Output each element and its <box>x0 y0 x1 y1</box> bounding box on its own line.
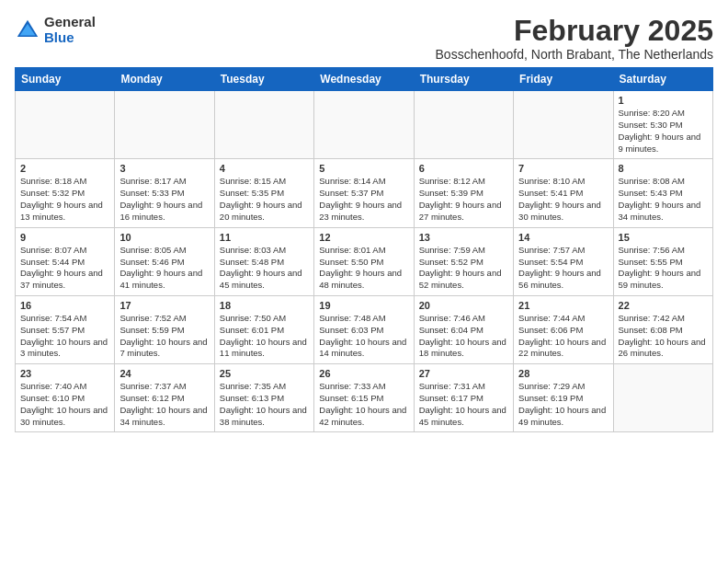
table-row: 1Sunrise: 8:20 AM Sunset: 5:30 PM Daylig… <box>613 91 712 159</box>
calendar-week-row: 2Sunrise: 8:18 AM Sunset: 5:32 PM Daylig… <box>16 159 713 227</box>
day-number: 25 <box>220 368 309 379</box>
day-info: Sunrise: 7:57 AM Sunset: 5:54 PM Dayligh… <box>518 245 608 292</box>
table-row: 7Sunrise: 8:10 AM Sunset: 5:41 PM Daylig… <box>514 159 613 227</box>
day-info: Sunrise: 8:18 AM Sunset: 5:32 PM Dayligh… <box>20 176 109 223</box>
day-info: Sunrise: 7:56 AM Sunset: 5:55 PM Dayligh… <box>619 245 708 292</box>
table-row <box>214 91 313 159</box>
day-number: 19 <box>319 300 408 311</box>
day-info: Sunrise: 7:40 AM Sunset: 6:10 PM Dayligh… <box>20 381 109 428</box>
calendar-table: Sunday Monday Tuesday Wednesday Thursday… <box>15 67 713 432</box>
header-sunday: Sunday <box>16 68 115 91</box>
day-info: Sunrise: 7:37 AM Sunset: 6:12 PM Dayligh… <box>119 381 209 428</box>
logo-icon <box>15 17 40 43</box>
logo-general-text: General <box>44 15 96 30</box>
day-number: 15 <box>619 232 708 243</box>
day-number: 17 <box>119 300 209 311</box>
day-number: 6 <box>419 163 508 174</box>
table-row <box>613 364 712 432</box>
day-info: Sunrise: 7:31 AM Sunset: 6:17 PM Dayligh… <box>419 381 508 428</box>
day-number: 21 <box>518 300 608 311</box>
day-number: 4 <box>220 163 309 174</box>
day-number: 7 <box>518 163 608 174</box>
table-row: 17Sunrise: 7:52 AM Sunset: 5:59 PM Dayli… <box>115 295 214 363</box>
day-number: 16 <box>20 300 109 311</box>
table-row: 26Sunrise: 7:33 AM Sunset: 6:15 PM Dayli… <box>314 364 414 432</box>
table-row <box>414 91 513 159</box>
table-row: 8Sunrise: 8:08 AM Sunset: 5:43 PM Daylig… <box>613 159 712 227</box>
table-row: 3Sunrise: 8:17 AM Sunset: 5:33 PM Daylig… <box>115 159 214 227</box>
day-info: Sunrise: 8:03 AM Sunset: 5:48 PM Dayligh… <box>220 245 309 292</box>
day-info: Sunrise: 7:46 AM Sunset: 6:04 PM Dayligh… <box>419 313 508 360</box>
table-row: 25Sunrise: 7:35 AM Sunset: 6:13 PM Dayli… <box>214 364 313 432</box>
day-info: Sunrise: 7:54 AM Sunset: 5:57 PM Dayligh… <box>20 313 109 360</box>
day-number: 22 <box>619 300 708 311</box>
table-row <box>514 91 613 159</box>
day-info: Sunrise: 7:50 AM Sunset: 6:01 PM Dayligh… <box>220 313 309 360</box>
day-number: 27 <box>419 368 508 379</box>
day-info: Sunrise: 7:48 AM Sunset: 6:03 PM Dayligh… <box>319 313 408 360</box>
table-row <box>16 91 115 159</box>
table-row: 6Sunrise: 8:12 AM Sunset: 5:39 PM Daylig… <box>414 159 513 227</box>
table-row: 23Sunrise: 7:40 AM Sunset: 6:10 PM Dayli… <box>16 364 115 432</box>
day-info: Sunrise: 8:20 AM Sunset: 5:30 PM Dayligh… <box>619 108 708 155</box>
day-info: Sunrise: 8:15 AM Sunset: 5:35 PM Dayligh… <box>220 176 309 223</box>
day-info: Sunrise: 7:44 AM Sunset: 6:06 PM Dayligh… <box>518 313 608 360</box>
calendar-week-row: 23Sunrise: 7:40 AM Sunset: 6:10 PM Dayli… <box>16 364 713 432</box>
table-row: 9Sunrise: 8:07 AM Sunset: 5:44 PM Daylig… <box>16 227 115 295</box>
table-row: 14Sunrise: 7:57 AM Sunset: 5:54 PM Dayli… <box>514 227 613 295</box>
table-row: 18Sunrise: 7:50 AM Sunset: 6:01 PM Dayli… <box>214 295 313 363</box>
day-info: Sunrise: 8:05 AM Sunset: 5:46 PM Dayligh… <box>119 245 209 292</box>
day-number: 2 <box>20 163 109 174</box>
calendar-header-row: Sunday Monday Tuesday Wednesday Thursday… <box>16 68 713 91</box>
day-info: Sunrise: 8:07 AM Sunset: 5:44 PM Dayligh… <box>20 245 109 292</box>
header-friday: Friday <box>514 68 613 91</box>
day-number: 9 <box>20 232 109 243</box>
calendar-week-row: 9Sunrise: 8:07 AM Sunset: 5:44 PM Daylig… <box>16 227 713 295</box>
header-monday: Monday <box>115 68 214 91</box>
day-number: 26 <box>319 368 408 379</box>
day-info: Sunrise: 7:35 AM Sunset: 6:13 PM Dayligh… <box>220 381 309 428</box>
day-info: Sunrise: 7:33 AM Sunset: 6:15 PM Dayligh… <box>319 381 408 428</box>
table-row <box>314 91 414 159</box>
table-row: 12Sunrise: 8:01 AM Sunset: 5:50 PM Dayli… <box>314 227 414 295</box>
day-info: Sunrise: 8:01 AM Sunset: 5:50 PM Dayligh… <box>319 245 408 292</box>
page-header: General Blue February 2025 Bosschenhoofd… <box>15 15 713 62</box>
day-number: 28 <box>518 368 608 379</box>
day-number: 24 <box>119 368 209 379</box>
table-row: 13Sunrise: 7:59 AM Sunset: 5:52 PM Dayli… <box>414 227 513 295</box>
day-number: 23 <box>20 368 109 379</box>
day-info: Sunrise: 7:52 AM Sunset: 5:59 PM Dayligh… <box>119 313 209 360</box>
table-row: 16Sunrise: 7:54 AM Sunset: 5:57 PM Dayli… <box>16 295 115 363</box>
day-number: 10 <box>119 232 209 243</box>
day-number: 3 <box>119 163 209 174</box>
day-info: Sunrise: 8:10 AM Sunset: 5:41 PM Dayligh… <box>518 176 608 223</box>
header-thursday: Thursday <box>414 68 513 91</box>
header-tuesday: Tuesday <box>214 68 313 91</box>
calendar-week-row: 16Sunrise: 7:54 AM Sunset: 5:57 PM Dayli… <box>16 295 713 363</box>
logo-blue-text: Blue <box>44 30 96 46</box>
table-row <box>115 91 214 159</box>
day-number: 8 <box>619 163 708 174</box>
day-info: Sunrise: 7:42 AM Sunset: 6:08 PM Dayligh… <box>619 313 708 360</box>
header-saturday: Saturday <box>613 68 712 91</box>
logo-text: General Blue <box>44 15 96 45</box>
day-info: Sunrise: 8:14 AM Sunset: 5:37 PM Dayligh… <box>319 176 408 223</box>
day-info: Sunrise: 7:29 AM Sunset: 6:19 PM Dayligh… <box>518 381 608 428</box>
day-number: 20 <box>419 300 508 311</box>
day-number: 12 <box>319 232 408 243</box>
table-row: 11Sunrise: 8:03 AM Sunset: 5:48 PM Dayli… <box>214 227 313 295</box>
day-number: 13 <box>419 232 508 243</box>
table-row: 10Sunrise: 8:05 AM Sunset: 5:46 PM Dayli… <box>115 227 214 295</box>
location-subtitle: Bosschenhoofd, North Brabant, The Nether… <box>436 47 713 62</box>
day-number: 18 <box>220 300 309 311</box>
header-wednesday: Wednesday <box>314 68 414 91</box>
table-row: 2Sunrise: 8:18 AM Sunset: 5:32 PM Daylig… <box>16 159 115 227</box>
table-row: 24Sunrise: 7:37 AM Sunset: 6:12 PM Dayli… <box>115 364 214 432</box>
table-row: 28Sunrise: 7:29 AM Sunset: 6:19 PM Dayli… <box>514 364 613 432</box>
day-number: 5 <box>319 163 408 174</box>
table-row: 5Sunrise: 8:14 AM Sunset: 5:37 PM Daylig… <box>314 159 414 227</box>
day-info: Sunrise: 7:59 AM Sunset: 5:52 PM Dayligh… <box>419 245 508 292</box>
table-row: 27Sunrise: 7:31 AM Sunset: 6:17 PM Dayli… <box>414 364 513 432</box>
title-block: February 2025 Bosschenhoofd, North Braba… <box>436 15 713 62</box>
day-info: Sunrise: 8:17 AM Sunset: 5:33 PM Dayligh… <box>119 176 209 223</box>
